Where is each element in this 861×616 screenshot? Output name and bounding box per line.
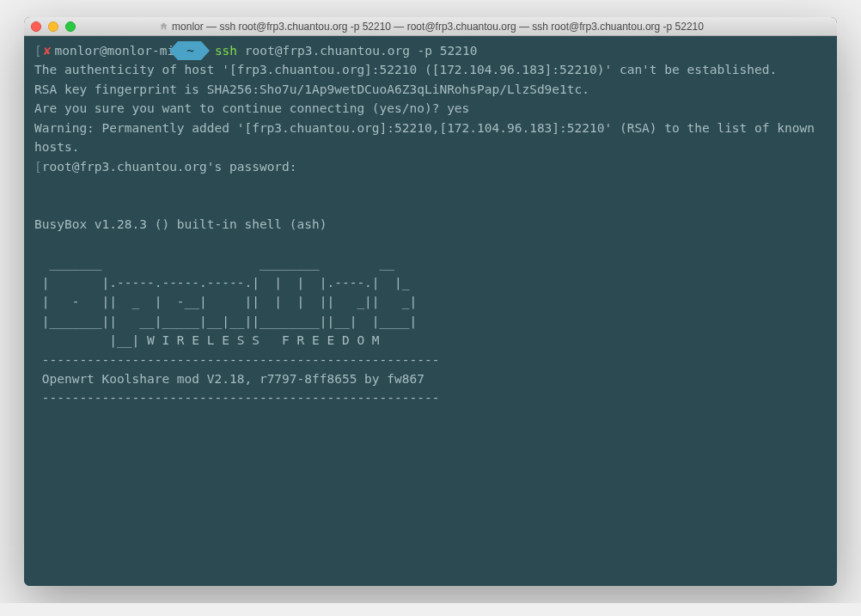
cwd-segment: ~ — [178, 41, 201, 60]
blank-line — [34, 176, 827, 195]
command-args: root@frp3.chuantou.org -p 52210 — [245, 41, 478, 60]
minimize-button[interactable] — [48, 21, 58, 32]
cwd-text: ~ — [178, 41, 201, 60]
close-button[interactable] — [31, 21, 41, 32]
ascii-art-line: |__| W I R E L E S S F R E E D O M — [34, 331, 827, 350]
output-line: Are you sure you want to continue connec… — [34, 99, 827, 118]
ascii-art-line: _______ ________ __ — [34, 253, 827, 272]
version-line: Openwrt Koolshare mod V2.18, r7797-8ff86… — [34, 369, 827, 388]
titlebar[interactable]: monlor — ssh root@frp3.chuantou.org -p 5… — [24, 17, 837, 36]
output-line: The authenticity of host '[frp3.chuantou… — [34, 60, 827, 79]
bracket-open: [ — [34, 160, 42, 174]
user-host: monlor@monlor-mi — [54, 41, 174, 60]
window-controls — [31, 21, 76, 32]
window-title: monlor — ssh root@frp3.chuantou.org -p 5… — [84, 21, 830, 33]
password-prompt: [root@frp3.chuantou.org's password: — [34, 157, 827, 176]
blank-line — [34, 235, 827, 253]
command-name: ssh — [215, 41, 237, 60]
bracket-open: [ — [34, 41, 42, 60]
busybox-banner: BusyBox v1.28.3 () built-in shell (ash) — [34, 215, 827, 234]
ascii-art-line: | |.-----.-----.-----.| | | |.----.| |_ — [34, 273, 827, 292]
terminal-window: monlor — ssh root@frp3.chuantou.org -p 5… — [24, 17, 837, 586]
window-title-text: monlor — ssh root@frp3.chuantou.org -p 5… — [172, 21, 704, 33]
divider-line: ----------------------------------------… — [34, 388, 827, 407]
output-line: RSA key fingerprint is SHA256:Sho7u/1Ap9… — [34, 80, 827, 99]
password-prompt-text: root@frp3.chuantou.org's password: — [42, 160, 297, 174]
error-icon: ✘ — [44, 41, 52, 60]
blank-line — [34, 196, 827, 215]
ascii-art-line: |_______|| __|_____|__|__||________||__|… — [34, 312, 827, 331]
terminal-body[interactable]: [ ✘ monlor@monlor-mi ~ ssh root@frp3.chu… — [24, 36, 837, 586]
prompt-line: [ ✘ monlor@monlor-mi ~ ssh root@frp3.chu… — [34, 41, 827, 60]
output-line: Warning: Permanently added '[frp3.chuant… — [34, 119, 827, 157]
zoom-button[interactable] — [65, 21, 76, 32]
home-icon — [159, 21, 168, 31]
divider-line: ----------------------------------------… — [34, 351, 827, 369]
ascii-art-line: | - || _ | -__| || | | || _|| _| — [34, 292, 827, 311]
